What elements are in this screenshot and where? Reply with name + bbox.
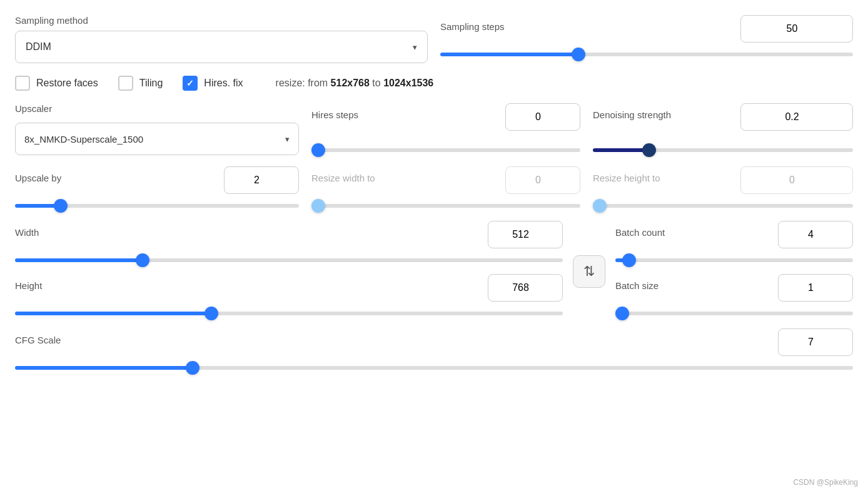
width-slider[interactable] (15, 258, 563, 262)
upscaler-dropdown[interactable]: 8x_NMKD-Superscale_1500 ▾ (15, 123, 299, 155)
sampling-method-chevron: ▾ (413, 43, 417, 52)
swap-dimensions-button[interactable]: ⇅ (573, 255, 605, 288)
swap-icon: ⇅ (583, 263, 595, 280)
sampling-method-label: Sampling method (15, 15, 428, 26)
resize-info: resize: from 512x768 to 1024x1536 (276, 78, 434, 89)
hires-fix-item: Hires. fix (183, 76, 243, 91)
hires-steps-label: Hires steps (311, 109, 358, 120)
sampling-method-dropdown[interactable]: DDIM ▾ (15, 31, 428, 63)
height-input[interactable] (488, 274, 563, 302)
hires-steps-input[interactable] (505, 103, 580, 131)
resize-height-slider[interactable] (593, 204, 853, 208)
restore-faces-item: Restore faces (15, 76, 98, 91)
sampling-steps-input[interactable] (740, 15, 853, 43)
restore-faces-label: Restore faces (36, 78, 98, 89)
height-label: Height (15, 280, 42, 291)
batch-count-input[interactable] (778, 221, 853, 248)
denoising-slider[interactable] (593, 148, 853, 152)
sampling-steps-slider[interactable] (440, 53, 853, 56)
tiling-label: Tiling (139, 78, 163, 89)
sampling-steps-label: Sampling steps (440, 21, 505, 32)
batch-size-slider[interactable] (615, 312, 853, 315)
batch-size-input[interactable] (778, 274, 853, 302)
height-slider[interactable] (15, 312, 563, 315)
resize-height-input[interactable] (740, 166, 853, 194)
cfg-scale-slider[interactable] (15, 366, 853, 370)
hires-fix-label: Hires. fix (204, 78, 243, 89)
sampling-method-value: DDIM (26, 41, 51, 53)
width-input[interactable] (488, 221, 563, 248)
batch-count-label: Batch count (615, 227, 665, 238)
batch-count-slider[interactable] (615, 258, 853, 262)
tiling-checkbox[interactable] (118, 76, 133, 91)
upscaler-label: Upscaler (15, 103, 299, 114)
upscale-by-slider[interactable] (15, 204, 299, 208)
upscale-by-input[interactable] (224, 166, 299, 194)
restore-faces-checkbox[interactable] (15, 76, 30, 91)
cfg-scale-input[interactable] (778, 328, 853, 356)
tiling-item: Tiling (118, 76, 163, 91)
resize-from: 512x768 (331, 78, 370, 88)
resize-width-input[interactable] (505, 166, 580, 194)
resize-width-slider[interactable] (311, 204, 580, 208)
resize-width-label: Resize width to (311, 173, 375, 183)
resize-height-label: Resize height to (593, 173, 660, 183)
hires-steps-slider[interactable] (311, 148, 580, 152)
watermark: CSDN @SpikeKing (793, 478, 858, 487)
upscale-by-label: Upscale by (15, 173, 61, 183)
upscaler-chevron: ▾ (285, 135, 290, 144)
upscaler-value: 8x_NMKD-Superscale_1500 (24, 134, 143, 145)
denoising-input[interactable] (740, 103, 853, 131)
denoising-label: Denoising strength (593, 109, 671, 120)
hires-fix-checkbox[interactable] (183, 76, 198, 91)
resize-to: 1024x1536 (383, 78, 433, 88)
width-label: Width (15, 227, 39, 238)
cfg-scale-label: CFG Scale (15, 335, 61, 345)
batch-size-label: Batch size (615, 280, 659, 291)
